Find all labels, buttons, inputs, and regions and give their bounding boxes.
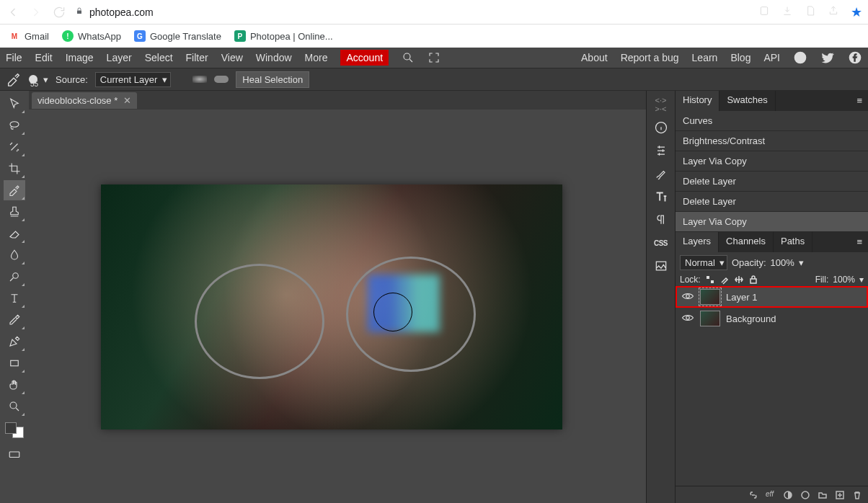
source-select[interactable]: Current Layer <box>95 72 171 87</box>
menu-about[interactable]: About <box>581 52 608 63</box>
brush-icon[interactable] <box>650 163 672 184</box>
download-icon[interactable] <box>781 5 793 19</box>
type-panel-icon[interactable] <box>650 186 672 208</box>
history-item[interactable]: Brightness/Contrast <box>676 131 868 151</box>
doc-icon[interactable] <box>805 5 816 19</box>
lock-brush-icon[interactable] <box>719 275 730 285</box>
facebook-icon[interactable] <box>848 50 862 65</box>
layer-name[interactable]: Layer 1 <box>726 292 757 303</box>
menu-window[interactable]: Window <box>256 52 292 63</box>
install-icon[interactable] <box>758 5 770 19</box>
opacity-dropdown-icon[interactable]: ▾ <box>799 257 804 268</box>
heal-selection-button[interactable]: Heal Selection <box>236 71 309 88</box>
lock-move-icon[interactable] <box>734 275 744 285</box>
lock-all-icon[interactable] <box>748 275 758 285</box>
blur-tool[interactable] <box>4 245 25 265</box>
paragraph-icon[interactable] <box>650 209 672 231</box>
new-layer-icon[interactable] <box>835 490 845 500</box>
menu-more[interactable]: More <box>305 52 328 63</box>
eraser-tool[interactable] <box>4 223 25 244</box>
menu-filter[interactable]: Filter <box>186 52 208 63</box>
layer-name[interactable]: Background <box>726 313 776 324</box>
type-tool[interactable] <box>4 288 25 308</box>
dodge-tool[interactable] <box>4 267 25 287</box>
hand-tool[interactable] <box>4 375 25 395</box>
menu-api[interactable]: API <box>763 52 780 63</box>
history-item[interactable]: Layer Via Copy <box>676 151 868 172</box>
adjustment-layer-icon[interactable] <box>800 490 810 500</box>
bookmark-gtranslate[interactable]: GGoogle Translate <box>134 30 221 42</box>
shape-tool[interactable] <box>4 353 25 373</box>
layer-row[interactable]: Background <box>676 308 868 329</box>
tab-paths[interactable]: Paths <box>774 232 812 252</box>
panel-menu-icon[interactable]: ≡ <box>851 232 868 252</box>
menu-file[interactable]: File <box>6 52 22 63</box>
image-panel-icon[interactable] <box>650 255 672 277</box>
css-icon[interactable]: CSS <box>650 232 672 254</box>
url-bar[interactable]: photopea.com <box>75 6 750 18</box>
visibility-toggle-icon[interactable] <box>681 313 694 324</box>
menu-account[interactable]: Account <box>340 50 389 66</box>
bookmark-star-icon[interactable]: ★ <box>851 4 862 20</box>
history-item[interactable]: Layer Via Copy <box>676 212 868 232</box>
stamp-tool[interactable] <box>4 202 25 222</box>
bookmark-photopea[interactable]: PPhotopea | Online... <box>234 30 333 42</box>
adjust-icon[interactable] <box>650 140 672 161</box>
tab-channels[interactable]: Channels <box>719 232 774 252</box>
keyboard-icon[interactable] <box>4 444 25 464</box>
layer-effects-icon[interactable]: eff <box>766 490 776 500</box>
canvas[interactable] <box>101 184 562 429</box>
history-item[interactable]: Curves <box>676 111 868 131</box>
history-item[interactable]: Delete Layer <box>676 192 868 212</box>
twitter-icon[interactable] <box>820 50 835 65</box>
tab-swatches[interactable]: Swatches <box>719 91 775 111</box>
bookmark-gmail[interactable]: MGmail <box>9 30 49 42</box>
tab-close-icon[interactable]: ✕ <box>123 95 131 106</box>
link-layers-icon[interactable] <box>748 490 758 500</box>
document-tab[interactable]: videoblocks-close * ✕ <box>32 92 137 109</box>
lock-pixels-icon[interactable] <box>705 275 715 285</box>
menu-image[interactable]: Image <box>66 52 94 63</box>
layer-thumbnail[interactable] <box>700 289 720 305</box>
visibility-toggle-icon[interactable] <box>681 292 694 302</box>
delete-layer-icon[interactable] <box>852 490 862 500</box>
fill-dropdown-icon[interactable]: ▾ <box>859 275 864 285</box>
wand-tool[interactable] <box>4 137 25 157</box>
reddit-icon[interactable] <box>793 50 807 65</box>
menu-blog[interactable]: Blog <box>730 52 750 63</box>
blend-mode-select[interactable]: Normal <box>680 255 727 270</box>
healing-brush-icon[interactable] <box>6 71 22 87</box>
new-folder-icon[interactable] <box>818 490 828 500</box>
history-item[interactable]: Delete Layer <box>676 172 868 192</box>
move-tool[interactable] <box>4 94 25 114</box>
color-swatches[interactable] <box>5 422 24 438</box>
layer-row[interactable]: Layer 1 <box>676 286 868 308</box>
nav-forward[interactable] <box>29 5 43 19</box>
search-icon[interactable] <box>402 51 415 64</box>
brush-soft-icon[interactable] <box>192 76 207 83</box>
guides-toggle-icon[interactable]: <·>>·< <box>650 94 672 115</box>
menu-learn[interactable]: Learn <box>692 52 718 63</box>
bookmark-whatsapp[interactable]: !WhatsApp <box>62 30 121 42</box>
tab-history[interactable]: History <box>676 91 719 111</box>
panel-menu-icon[interactable]: ≡ <box>851 91 868 111</box>
fullscreen-icon[interactable] <box>428 51 440 64</box>
fill-value[interactable]: 100% <box>833 275 855 285</box>
brush-preset[interactable]: 55▾ <box>29 74 48 85</box>
layer-mask-icon[interactable] <box>783 490 793 500</box>
zoom-tool[interactable] <box>4 396 25 417</box>
menu-layer[interactable]: Layer <box>107 52 132 63</box>
pen-tool[interactable] <box>4 331 25 352</box>
menu-view[interactable]: View <box>221 52 243 63</box>
menu-edit[interactable]: Edit <box>35 52 53 63</box>
opacity-value[interactable]: 100% <box>771 257 794 268</box>
info-icon[interactable] <box>650 117 672 138</box>
menu-reportbug[interactable]: Report a bug <box>621 52 679 63</box>
eyedropper-tool[interactable] <box>4 310 25 330</box>
nav-back[interactable] <box>6 5 20 19</box>
fg-color[interactable] <box>5 422 17 434</box>
crop-tool[interactable] <box>4 159 25 179</box>
brush-hard-icon[interactable] <box>214 76 229 83</box>
lasso-tool[interactable] <box>4 115 25 135</box>
healing-tool[interactable] <box>4 180 25 200</box>
